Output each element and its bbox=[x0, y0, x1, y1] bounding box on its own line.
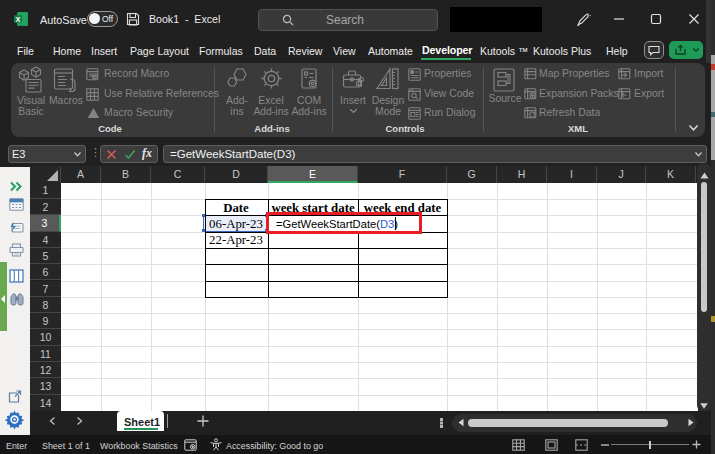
svg-text:X: X bbox=[15, 15, 20, 24]
